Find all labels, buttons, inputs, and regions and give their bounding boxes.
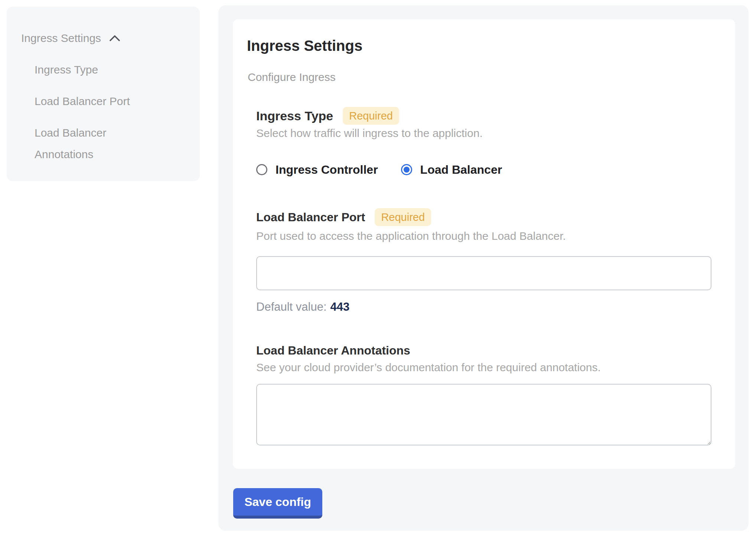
lb-annotations-textarea[interactable]	[256, 384, 711, 445]
lb-annotations-description: See your cloud provider’s documentation …	[256, 360, 601, 375]
page-subtitle: Configure Ingress	[248, 70, 336, 84]
ingress-type-label-row: Ingress Type Required	[256, 107, 399, 125]
save-config-button[interactable]: Save config	[233, 488, 322, 519]
sidebar-section-ingress-settings[interactable]: Ingress Settings	[21, 31, 120, 45]
radio-label-ingress-controller[interactable]: Ingress Controller	[276, 163, 378, 177]
lb-annotations-label: Load Balancer Annotations	[256, 343, 410, 358]
ingress-settings-panel: Ingress Settings Configure Ingress Ingre…	[218, 5, 749, 531]
ingress-settings-card: Ingress Settings Configure Ingress Ingre…	[233, 19, 735, 469]
required-badge: Required	[343, 107, 399, 125]
ingress-type-radio-group: Ingress Controller Load Balancer	[256, 162, 502, 177]
chevron-up-icon	[109, 35, 120, 42]
settings-nav-sidebar: Ingress Settings Ingress Type Load Balan…	[7, 7, 200, 181]
page-title: Ingress Settings	[247, 37, 362, 55]
required-badge: Required	[375, 208, 431, 226]
sidebar-item-load-balancer-annotations[interactable]: Load Balancer Annotations	[35, 122, 164, 165]
sidebar-section-label: Ingress Settings	[21, 31, 101, 45]
radio-group-load-balancer: Load Balancer	[401, 163, 502, 177]
radio-load-balancer[interactable]	[401, 164, 412, 175]
lb-port-label: Load Balancer Port	[256, 210, 365, 225]
lb-port-description: Port used to access the application thro…	[256, 229, 566, 243]
radio-ingress-controller[interactable]	[256, 164, 267, 175]
default-value-label: Default value:	[256, 300, 327, 313]
sidebar-item-load-balancer-port[interactable]: Load Balancer Port	[35, 94, 130, 108]
ingress-type-label: Ingress Type	[256, 108, 333, 124]
lb-port-input[interactable]	[256, 256, 711, 290]
lb-port-default-value-line: Default value:443	[256, 300, 349, 314]
default-value-number: 443	[330, 300, 350, 313]
sidebar-item-ingress-type[interactable]: Ingress Type	[35, 63, 98, 77]
lb-port-label-row: Load Balancer Port Required	[256, 208, 431, 226]
ingress-type-description: Select how traffic will ingress to the a…	[256, 126, 483, 140]
radio-label-load-balancer[interactable]: Load Balancer	[420, 163, 502, 177]
